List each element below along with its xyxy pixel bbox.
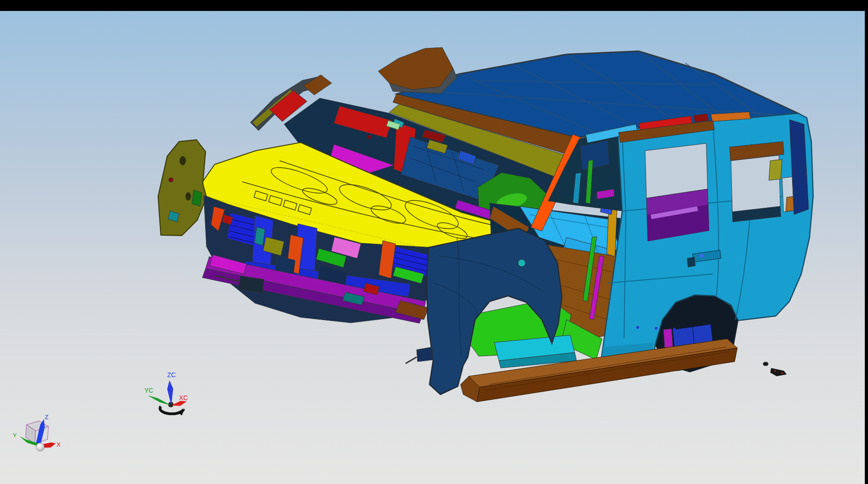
top-black-bar	[0, 0, 868, 11]
door-blue-plug	[673, 328, 676, 331]
view-y-label: Y	[13, 432, 17, 439]
fender-lower-bracket	[417, 347, 433, 362]
cad-application-window: ZC YC XC Z Y X	[0, 0, 868, 484]
latch-red-dot	[781, 372, 783, 374]
right-black-strip	[865, 0, 868, 484]
wingtip-green-clip[interactable]	[192, 190, 202, 206]
wingtip-hole	[185, 192, 191, 200]
olive-hinge-plate[interactable]	[769, 159, 782, 180]
door-handle-blue-glint	[700, 254, 704, 258]
door-blue-plug	[636, 326, 639, 329]
red-dot-detail	[367, 135, 371, 139]
interior-navy-patch	[580, 141, 609, 170]
window-see-through-background	[645, 143, 708, 198]
fender-teal-grommet	[518, 259, 525, 267]
graphics-viewport[interactable]: ZC YC XC Z Y X	[0, 0, 868, 484]
wingtip-hole	[180, 156, 186, 165]
door-handle-recess	[687, 257, 695, 267]
wingtip-red-dot	[169, 178, 173, 182]
view-z-label: Z	[45, 414, 48, 421]
wcs-zc-label: ZC	[167, 371, 176, 379]
wcs-xc-label: XC	[179, 394, 188, 401]
latch-red-dot	[774, 370, 776, 372]
wcs-yc-label: YC	[144, 387, 153, 394]
door-blue-plug	[655, 327, 657, 330]
drip-rail-darkred-segment	[693, 114, 709, 122]
rear-door-window-opening[interactable]	[645, 143, 709, 241]
view-x-label: X	[57, 441, 61, 448]
view-triad-origin-ball[interactable]	[36, 443, 44, 451]
quarter-window-opening[interactable]	[730, 142, 784, 222]
small-latch-part[interactable]	[763, 362, 768, 366]
